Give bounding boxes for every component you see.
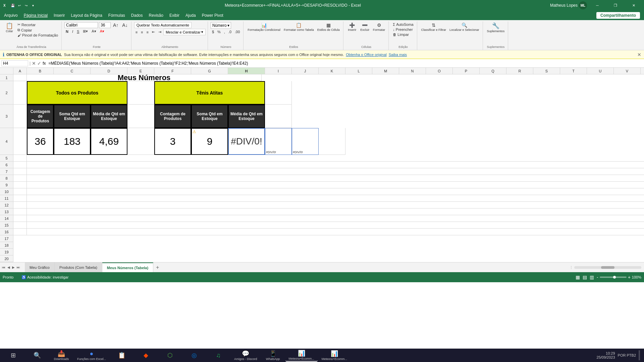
menu-dados[interactable]: Dados: [128, 12, 146, 18]
row-num-16[interactable]: 16: [0, 229, 13, 235]
cell-j4[interactable]: #DIV/0!: [292, 128, 319, 155]
format-painter-button[interactable]: 🖌 Pincel de Formatação: [16, 33, 59, 38]
row-num-17[interactable]: 17: [0, 235, 13, 242]
cell-i4[interactable]: #DIV/0!: [265, 128, 292, 155]
cell-value-media-all[interactable]: 4,69: [91, 128, 127, 155]
cell-a4[interactable]: [13, 128, 27, 155]
cell-e4[interactable]: [127, 128, 154, 155]
col-header-c[interactable]: C: [54, 68, 91, 74]
menu-arquivo[interactable]: Arquivo: [1, 12, 20, 18]
row-num-7[interactable]: 7: [0, 168, 13, 175]
menu-revisao[interactable]: Revisão: [146, 12, 166, 18]
row-num-14[interactable]: 14: [0, 215, 13, 222]
fill-color-button[interactable]: A▾: [90, 29, 97, 34]
tab-nav-next[interactable]: ▶: [11, 265, 15, 270]
find-select-button[interactable]: 🔍 Localizar e Selecionar: [448, 22, 481, 32]
decrease-decimal-button[interactable]: .0: [227, 29, 233, 34]
zoom-slider[interactable]: [600, 277, 627, 278]
cell-styles-button[interactable]: ▦ Estilos de Célula: [316, 22, 341, 32]
italic-button[interactable]: I: [71, 29, 74, 34]
row-num-3[interactable]: 3: [0, 105, 13, 128]
borders-button[interactable]: ⊞▾: [82, 29, 89, 34]
col-header-t[interactable]: T: [560, 68, 587, 74]
zoom-in-button[interactable]: +: [628, 275, 631, 280]
cell-value-contagem-all[interactable]: 36: [27, 128, 54, 155]
row-num-9[interactable]: 9: [0, 182, 13, 188]
cell-k4[interactable]: [319, 128, 345, 155]
notification-close-button[interactable]: ✕: [637, 52, 641, 57]
cell-reference-input[interactable]: [1, 60, 28, 66]
menu-formulas[interactable]: Fórmulas: [106, 12, 128, 18]
undo-icon[interactable]: ↩: [17, 3, 22, 8]
currency-button[interactable]: $: [211, 29, 215, 34]
tab-nav-first[interactable]: ⏮: [1, 265, 6, 270]
taskbar-xbox[interactable]: ⬡: [158, 351, 182, 360]
col-header-u[interactable]: U: [587, 68, 614, 74]
row-num-5[interactable]: 5: [0, 155, 13, 162]
wrap-text-button[interactable]: Quebrar Texto Automaticamente: [134, 22, 192, 28]
normal-view-button[interactable]: ▦: [576, 275, 580, 280]
delete-button[interactable]: ➖ Excluir: [359, 22, 371, 32]
restore-button[interactable]: ❐: [608, 0, 623, 11]
decrease-indent-button[interactable]: ⇤: [151, 29, 156, 35]
menu-layout[interactable]: Layout da Página: [68, 12, 105, 18]
col-header-f[interactable]: F: [154, 68, 191, 74]
col-header-k[interactable]: K: [319, 68, 345, 74]
horizontal-scrollbar[interactable]: [574, 266, 641, 269]
font-decrease-button[interactable]: A↓: [121, 22, 129, 28]
align-left-button[interactable]: ≡: [134, 30, 139, 35]
col-header-a[interactable]: A: [13, 68, 27, 74]
row-num-12[interactable]: 12: [0, 202, 13, 208]
cell-a1[interactable]: [13, 74, 27, 81]
zoom-out-button[interactable]: -: [597, 275, 598, 280]
col-header-h[interactable]: H: [228, 68, 265, 74]
font-color-button[interactable]: A▾: [99, 29, 106, 34]
row-num-15[interactable]: 15: [0, 222, 13, 229]
cell-value-soma-tenis[interactable]: ⚠ 9: [191, 128, 228, 155]
col-header-l[interactable]: L: [345, 68, 372, 74]
taskbar-chrome[interactable]: ● Funções com Excel...: [74, 350, 109, 361]
page-layout-button[interactable]: ▤: [583, 275, 587, 280]
bold-button[interactable]: N: [64, 29, 70, 34]
menu-power-pivot[interactable]: Power Pivot: [199, 12, 226, 18]
menu-exibir[interactable]: Exibir: [167, 12, 182, 18]
close-button[interactable]: ✕: [626, 0, 641, 11]
insert-button[interactable]: ➕ Inserir: [346, 22, 358, 32]
tab-nav-last[interactable]: ⏭: [16, 265, 21, 270]
merge-center-button[interactable]: Mesclar e Centralizar ▾: [163, 29, 206, 35]
col-header-m[interactable]: M: [372, 68, 399, 74]
cell-h4-active[interactable]: #DIV/0!: [228, 128, 265, 155]
taskbar-ea[interactable]: ◆: [134, 351, 158, 360]
menu-ajuda[interactable]: Ajuda: [183, 12, 199, 18]
col-header-g[interactable]: G: [191, 68, 228, 74]
menu-inserir[interactable]: Inserir: [51, 12, 67, 18]
cell-a3[interactable]: [13, 105, 27, 128]
sheet-tab-meu-grafico[interactable]: Meu Gráfico: [25, 262, 55, 272]
cell-value-contagem-tenis[interactable]: 3: [154, 128, 191, 155]
user-badge[interactable]: Matheus Lopes ML: [550, 1, 587, 9]
tab-nav-prev[interactable]: ◀: [7, 265, 11, 270]
cell-e3[interactable]: [127, 105, 154, 128]
confirm-formula-icon[interactable]: ✓: [37, 61, 41, 66]
cell-i2[interactable]: [265, 81, 292, 105]
row-num-10[interactable]: 10: [0, 188, 13, 195]
taskbar-spotify[interactable]: ♫: [207, 351, 230, 360]
notification-link-office[interactable]: Obtenha o Office original: [346, 53, 386, 57]
font-size-selector[interactable]: 36: [99, 22, 111, 28]
taskbar-excel2[interactable]: 📊 Meteora+Ecomm...: [318, 349, 351, 361]
taskbar-edge[interactable]: ◎: [182, 351, 206, 360]
number-format-selector[interactable]: Número ▾: [211, 22, 231, 29]
font-name-selector[interactable]: Calibri: [64, 22, 98, 28]
taskbar-excel1[interactable]: 📊 Meteora+Ecomm...: [285, 349, 318, 362]
align-right-button[interactable]: ≡: [145, 30, 150, 35]
col-header-q[interactable]: Q: [480, 68, 506, 74]
function-wizard-icon[interactable]: fx: [43, 61, 46, 66]
row-num-2[interactable]: 2: [0, 81, 13, 105]
row-num-6[interactable]: 6: [0, 162, 13, 168]
all-products-header[interactable]: Todos os Produtos: [27, 81, 127, 105]
row-num-1[interactable]: 1: [0, 74, 13, 81]
autosum-button[interactable]: Σ AutoSoma: [391, 22, 415, 27]
cell-a2[interactable]: [13, 81, 27, 105]
copy-button[interactable]: ⧉ Copiar: [16, 27, 59, 33]
sheet-tab-produtos[interactable]: Produtos (Com Tabela): [55, 262, 102, 272]
